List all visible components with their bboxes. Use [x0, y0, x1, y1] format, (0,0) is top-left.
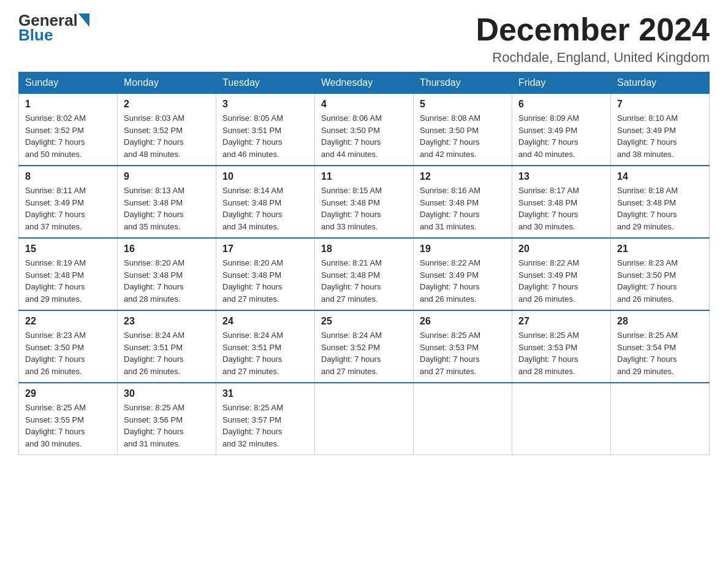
day-number: 13	[518, 171, 604, 182]
calendar-day-cell: 12Sunrise: 8:16 AMSunset: 3:48 PMDayligh…	[414, 166, 512, 238]
day-info: Sunrise: 8:18 AMSunset: 3:48 PMDaylight:…	[617, 185, 703, 232]
calendar-day-cell: 13Sunrise: 8:17 AMSunset: 3:48 PMDayligh…	[512, 166, 611, 238]
day-info: Sunrise: 8:24 AMSunset: 3:51 PMDaylight:…	[124, 329, 210, 377]
day-info: Sunrise: 8:03 AMSunset: 3:52 PMDaylight:…	[124, 112, 210, 160]
calendar-day-cell	[611, 383, 710, 455]
day-of-week-header: Tuesday	[216, 72, 315, 94]
day-number: 5	[420, 99, 506, 110]
calendar-day-cell: 30Sunrise: 8:25 AMSunset: 3:56 PMDayligh…	[118, 383, 216, 455]
day-info: Sunrise: 8:02 AMSunset: 3:52 PMDaylight:…	[25, 112, 111, 160]
day-info: Sunrise: 8:21 AMSunset: 3:48 PMDaylight:…	[321, 257, 407, 305]
calendar-day-cell	[512, 383, 611, 455]
day-of-week-header: Thursday	[414, 72, 512, 94]
calendar-day-cell: 14Sunrise: 8:18 AMSunset: 3:48 PMDayligh…	[611, 166, 710, 238]
day-info: Sunrise: 8:06 AMSunset: 3:50 PMDaylight:…	[321, 112, 407, 160]
day-info: Sunrise: 8:13 AMSunset: 3:48 PMDaylight:…	[124, 185, 210, 232]
day-number: 20	[518, 243, 604, 255]
day-of-week-header: Friday	[512, 72, 611, 94]
day-number: 25	[321, 316, 407, 327]
calendar-day-cell: 15Sunrise: 8:19 AMSunset: 3:48 PMDayligh…	[19, 238, 118, 310]
calendar-day-cell: 20Sunrise: 8:22 AMSunset: 3:49 PMDayligh…	[512, 238, 611, 310]
day-info: Sunrise: 8:20 AMSunset: 3:48 PMDaylight:…	[222, 257, 308, 305]
day-info: Sunrise: 8:15 AMSunset: 3:48 PMDaylight:…	[321, 185, 407, 232]
calendar-week-row: 15Sunrise: 8:19 AMSunset: 3:48 PMDayligh…	[19, 238, 710, 310]
day-info: Sunrise: 8:25 AMSunset: 3:55 PMDaylight:…	[25, 402, 111, 450]
day-number: 3	[222, 99, 308, 110]
calendar-day-cell: 22Sunrise: 8:23 AMSunset: 3:50 PMDayligh…	[19, 310, 118, 383]
month-title: December 2024	[476, 12, 710, 47]
calendar-day-cell: 9Sunrise: 8:13 AMSunset: 3:48 PMDaylight…	[118, 166, 216, 238]
logo-blue: Blue	[18, 26, 53, 45]
day-info: Sunrise: 8:25 AMSunset: 3:54 PMDaylight:…	[617, 329, 703, 377]
day-info: Sunrise: 8:14 AMSunset: 3:48 PMDaylight:…	[222, 185, 308, 232]
day-number: 17	[222, 243, 308, 255]
day-info: Sunrise: 8:20 AMSunset: 3:48 PMDaylight:…	[124, 257, 210, 305]
calendar-day-cell: 29Sunrise: 8:25 AMSunset: 3:55 PMDayligh…	[19, 383, 118, 455]
day-number: 16	[124, 243, 210, 255]
day-info: Sunrise: 8:23 AMSunset: 3:50 PMDaylight:…	[617, 257, 703, 305]
calendar-week-row: 1Sunrise: 8:02 AMSunset: 3:52 PMDaylight…	[19, 94, 710, 166]
day-info: Sunrise: 8:19 AMSunset: 3:48 PMDaylight:…	[25, 257, 111, 305]
day-number: 9	[124, 171, 210, 182]
day-number: 18	[321, 243, 407, 255]
day-number: 15	[25, 243, 111, 255]
calendar-day-cell: 25Sunrise: 8:24 AMSunset: 3:52 PMDayligh…	[315, 310, 414, 383]
day-info: Sunrise: 8:24 AMSunset: 3:51 PMDaylight:…	[222, 329, 308, 377]
calendar-day-cell: 17Sunrise: 8:20 AMSunset: 3:48 PMDayligh…	[216, 238, 315, 310]
calendar-day-cell: 5Sunrise: 8:08 AMSunset: 3:50 PMDaylight…	[414, 94, 512, 166]
page-header: General Blue December 2024 Rochdale, Eng…	[18, 12, 710, 66]
day-info: Sunrise: 8:09 AMSunset: 3:49 PMDaylight:…	[518, 112, 604, 160]
logo-triangle-icon	[78, 13, 89, 27]
calendar-day-cell: 16Sunrise: 8:20 AMSunset: 3:48 PMDayligh…	[118, 238, 216, 310]
day-info: Sunrise: 8:10 AMSunset: 3:49 PMDaylight:…	[617, 112, 703, 160]
calendar-day-cell: 18Sunrise: 8:21 AMSunset: 3:48 PMDayligh…	[315, 238, 414, 310]
calendar-day-cell: 27Sunrise: 8:25 AMSunset: 3:53 PMDayligh…	[512, 310, 611, 383]
day-number: 11	[321, 171, 407, 182]
calendar-day-cell: 1Sunrise: 8:02 AMSunset: 3:52 PMDaylight…	[19, 94, 118, 166]
calendar-day-cell: 11Sunrise: 8:15 AMSunset: 3:48 PMDayligh…	[315, 166, 414, 238]
day-number: 2	[124, 99, 210, 110]
day-number: 8	[25, 171, 111, 182]
day-info: Sunrise: 8:22 AMSunset: 3:49 PMDaylight:…	[420, 257, 506, 305]
calendar-day-cell	[315, 383, 414, 455]
calendar-week-row: 22Sunrise: 8:23 AMSunset: 3:50 PMDayligh…	[19, 310, 710, 383]
day-number: 19	[420, 243, 506, 255]
day-number: 29	[25, 388, 111, 399]
day-of-week-header: Sunday	[19, 72, 118, 94]
day-info: Sunrise: 8:05 AMSunset: 3:51 PMDaylight:…	[222, 112, 308, 160]
day-of-week-header: Saturday	[611, 72, 710, 94]
day-info: Sunrise: 8:25 AMSunset: 3:53 PMDaylight:…	[518, 329, 604, 377]
day-number: 21	[617, 243, 703, 255]
day-info: Sunrise: 8:23 AMSunset: 3:50 PMDaylight:…	[25, 329, 111, 377]
logo: General Blue	[18, 12, 90, 45]
day-info: Sunrise: 8:25 AMSunset: 3:53 PMDaylight:…	[420, 329, 506, 377]
day-info: Sunrise: 8:25 AMSunset: 3:56 PMDaylight:…	[124, 402, 210, 450]
calendar-day-cell: 8Sunrise: 8:11 AMSunset: 3:49 PMDaylight…	[19, 166, 118, 238]
day-info: Sunrise: 8:22 AMSunset: 3:49 PMDaylight:…	[518, 257, 604, 305]
title-section: December 2024 Rochdale, England, United …	[476, 12, 710, 66]
day-number: 10	[222, 171, 308, 182]
day-info: Sunrise: 8:08 AMSunset: 3:50 PMDaylight:…	[420, 112, 506, 160]
day-info: Sunrise: 8:25 AMSunset: 3:57 PMDaylight:…	[222, 402, 308, 450]
day-info: Sunrise: 8:11 AMSunset: 3:49 PMDaylight:…	[25, 185, 111, 232]
day-number: 30	[124, 388, 210, 399]
calendar-day-cell: 19Sunrise: 8:22 AMSunset: 3:49 PMDayligh…	[414, 238, 512, 310]
calendar-day-cell: 21Sunrise: 8:23 AMSunset: 3:50 PMDayligh…	[611, 238, 710, 310]
calendar-day-cell: 28Sunrise: 8:25 AMSunset: 3:54 PMDayligh…	[611, 310, 710, 383]
calendar-week-row: 8Sunrise: 8:11 AMSunset: 3:49 PMDaylight…	[19, 166, 710, 238]
day-number: 22	[25, 316, 111, 327]
day-number: 23	[124, 316, 210, 327]
day-number: 14	[617, 171, 703, 182]
day-number: 28	[617, 316, 703, 327]
day-of-week-header: Monday	[118, 72, 216, 94]
calendar-table: SundayMondayTuesdayWednesdayThursdayFrid…	[18, 72, 710, 455]
calendar-day-cell: 7Sunrise: 8:10 AMSunset: 3:49 PMDaylight…	[611, 94, 710, 166]
calendar-day-cell: 23Sunrise: 8:24 AMSunset: 3:51 PMDayligh…	[118, 310, 216, 383]
day-number: 27	[518, 316, 604, 327]
calendar-day-cell: 24Sunrise: 8:24 AMSunset: 3:51 PMDayligh…	[216, 310, 315, 383]
calendar-day-cell	[414, 383, 512, 455]
day-number: 6	[518, 99, 604, 110]
calendar-day-cell: 10Sunrise: 8:14 AMSunset: 3:48 PMDayligh…	[216, 166, 315, 238]
day-number: 26	[420, 316, 506, 327]
day-info: Sunrise: 8:17 AMSunset: 3:48 PMDaylight:…	[518, 185, 604, 232]
